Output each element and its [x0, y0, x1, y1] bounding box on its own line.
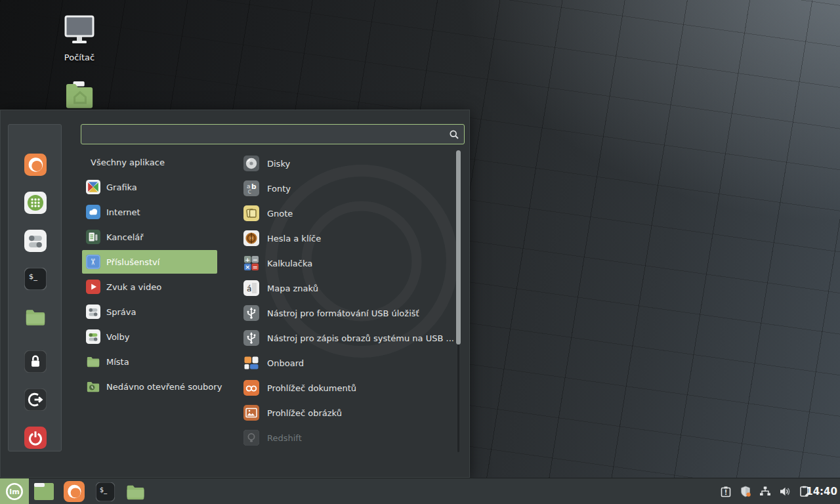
app-label: Onboard: [267, 358, 304, 368]
category-all-applications[interactable]: Všechny aplikace: [82, 150, 217, 174]
app-onboard[interactable]: Onboard: [242, 351, 456, 375]
files-window-icon: [33, 482, 54, 501]
character-map-icon: á: [243, 280, 259, 296]
update-manager-icon[interactable]: !: [718, 484, 734, 499]
panel-clock[interactable]: 14:40: [806, 478, 837, 504]
category-label: Nedávno otevřené soubory: [106, 382, 222, 392]
volume-icon[interactable]: [777, 484, 793, 499]
category-recent-files[interactable]: Nedávno otevřené soubory: [82, 375, 217, 398]
favorite-firefox[interactable]: [24, 154, 47, 176]
window-button-files[interactable]: [33, 481, 55, 502]
gnote-icon: [243, 205, 259, 221]
sound-video-icon: [86, 280, 100, 294]
folder-icon: [125, 482, 146, 502]
category-places[interactable]: Místa: [82, 350, 217, 373]
search-icon: [449, 129, 459, 140]
favorite-files[interactable]: [24, 306, 47, 328]
app-label: Gnote: [267, 209, 293, 219]
category-sound-video[interactable]: Zvuk a video: [82, 275, 217, 299]
svg-text:$_: $_: [100, 486, 107, 494]
firefox-icon: [24, 154, 47, 176]
app-gnote[interactable]: Gnote: [242, 201, 456, 225]
app-label: Prohlížeč dokumentů: [267, 383, 356, 393]
category-label: Příslušenství: [106, 257, 159, 267]
svg-text:!: !: [724, 489, 728, 496]
window-button-terminal[interactable]: $_: [94, 481, 116, 502]
scrollbar-thumb[interactable]: [456, 150, 461, 345]
favorite-logout[interactable]: [24, 388, 47, 411]
app-character-map[interactable]: á Mapa znaků: [242, 276, 456, 300]
favorite-system-settings[interactable]: [24, 230, 47, 252]
svg-text:c: c: [248, 188, 252, 195]
app-label: Fonty: [267, 184, 291, 194]
files-icon: [24, 306, 47, 328]
category-label: Správa: [106, 307, 136, 317]
category-accessories[interactable]: ✂ Příslušenství: [82, 250, 217, 274]
svg-text:á: á: [247, 284, 251, 293]
app-label: Hesla a klíče: [267, 234, 321, 243]
onboard-icon: [243, 355, 259, 371]
system-tray: !: [718, 478, 812, 504]
category-label: Zvuk a video: [106, 282, 161, 292]
category-internet[interactable]: Internet: [82, 200, 217, 224]
app-label: Kalkulačka: [267, 259, 312, 268]
app-usb-image-writer[interactable]: Nástroj pro zápis obrazů systému na USB …: [242, 326, 456, 350]
favorite-lock-screen[interactable]: [24, 350, 47, 373]
app-passwords-keys[interactable]: Hesla a klíče: [242, 226, 456, 250]
svg-text:$_: $_: [29, 272, 37, 281]
category-label: Grafika: [106, 182, 137, 192]
software-manager-icon: [24, 192, 47, 214]
preferences-icon: [86, 329, 100, 344]
menu-search-input[interactable]: [81, 125, 464, 144]
category-preferences[interactable]: Volby: [82, 325, 217, 348]
window-button-firefox[interactable]: [63, 481, 85, 502]
favorite-software-manager[interactable]: [24, 192, 47, 214]
office-icon: [86, 230, 100, 244]
window-button-folder[interactable]: [124, 481, 146, 502]
favorites-sidebar: $_: [8, 124, 62, 452]
desktop: Počítač: [0, 0, 840, 504]
taskbar: lm $_: [0, 478, 840, 504]
desktop-icon-label: Počítač: [50, 52, 109, 62]
recent-files-icon: [86, 379, 100, 394]
terminal-icon: $_: [24, 268, 47, 290]
lock-icon: [24, 350, 47, 373]
favorite-terminal[interactable]: $_: [24, 268, 47, 290]
app-disks[interactable]: Disky: [242, 152, 456, 175]
internet-icon: [86, 205, 100, 219]
app-image-viewer[interactable]: Prohlížeč obrázků: [242, 401, 456, 425]
passwords-keys-icon: [243, 230, 259, 246]
app-document-viewer[interactable]: Prohlížeč dokumentů: [242, 376, 456, 400]
desktop-icon-home-folder[interactable]: [51, 81, 110, 112]
system-settings-icon: [24, 230, 47, 252]
category-graphics[interactable]: Grafika: [82, 175, 217, 199]
app-usb-formatter[interactable]: Nástroj pro formátování USB úložišť: [242, 301, 456, 325]
app-fonts[interactable]: a b c Fonty: [242, 177, 456, 200]
desktop-icon-computer[interactable]: Počítač: [50, 14, 109, 62]
svg-text:=: =: [253, 263, 258, 270]
category-label: Volby: [106, 332, 129, 342]
category-administration[interactable]: Správa: [82, 300, 217, 324]
app-redshift[interactable]: Redshift: [242, 426, 456, 450]
usb-stick-icon: [243, 305, 259, 321]
category-label: Internet: [106, 207, 140, 217]
firewall-icon[interactable]: [738, 484, 753, 499]
svg-text:−: −: [253, 256, 258, 263]
menu-button[interactable]: lm: [0, 478, 29, 504]
redshift-icon: [243, 430, 259, 446]
svg-text:+: +: [245, 256, 250, 263]
calculator-icon: + − × =: [243, 255, 259, 271]
svg-text:b: b: [251, 182, 257, 190]
category-office[interactable]: Kancelář: [82, 225, 217, 249]
document-viewer-icon: [243, 380, 259, 396]
logout-icon: [24, 388, 47, 411]
terminal-icon: $_: [96, 482, 115, 501]
favorite-quit[interactable]: [24, 427, 47, 449]
administration-icon: [86, 304, 100, 319]
category-label: Místa: [106, 357, 129, 367]
app-calculator[interactable]: + − × = Kalkulačka: [242, 251, 456, 275]
application-list: Disky a b c Fonty Gnote: [242, 152, 456, 451]
computer-icon: [64, 14, 95, 47]
network-icon[interactable]: [757, 484, 773, 499]
menu-search: [81, 124, 465, 144]
